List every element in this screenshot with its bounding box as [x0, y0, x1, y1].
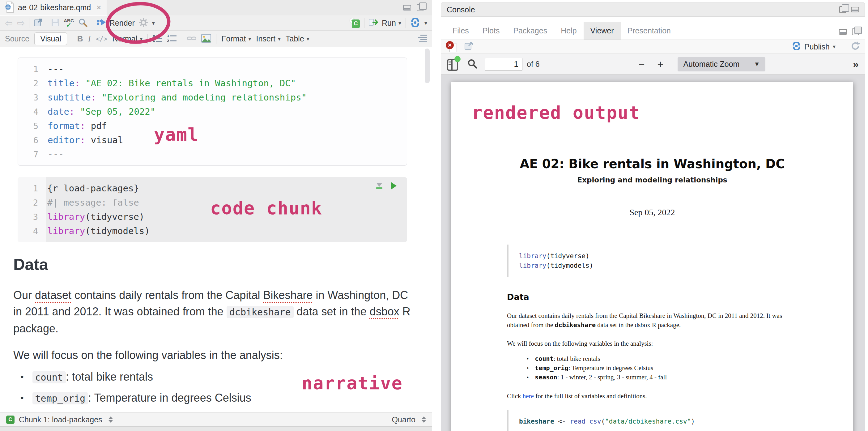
popout-viewer-icon[interactable] [464, 42, 473, 51]
pdf-viewer-area[interactable]: rendered output AE 02: Bike rentals in W… [441, 75, 865, 431]
editor-toolbar: ⇦ ⇨ ABC ✓ [0, 16, 432, 31]
pdf-search-icon[interactable] [467, 59, 477, 70]
source-sync-icon[interactable] [410, 18, 420, 28]
tab-presentation[interactable]: Presentation [621, 22, 678, 39]
render-options-caret-icon[interactable]: ▾ [152, 20, 155, 27]
pdf-page-count: of 6 [527, 60, 540, 69]
console-header[interactable]: Console [441, 2, 865, 17]
viewer-window-controls [839, 28, 859, 35]
console-title: Console [447, 5, 475, 14]
bulleted-list-icon[interactable] [153, 34, 162, 43]
spellcheck-icon[interactable]: ABC ✓ [64, 18, 74, 28]
pdf-title: AE 02: Bike rentals in Washington, DC [507, 82, 798, 171]
annotation-yaml-label: yaml [154, 124, 199, 145]
visual-mode-button[interactable]: Visual [34, 32, 67, 45]
render-icon [96, 18, 107, 28]
zoom-in-icon[interactable]: + [651, 58, 670, 70]
tab-help[interactable]: Help [554, 22, 583, 39]
sync-options-caret-icon[interactable]: ▾ [425, 20, 427, 27]
source-mode-button[interactable]: Source [5, 34, 29, 43]
paragraph-style-dropdown[interactable]: Normal ▾ [113, 34, 143, 43]
publish-button[interactable]: Publish ▾ [792, 42, 836, 51]
console-maximize-icon[interactable] [851, 7, 859, 12]
forward-icon[interactable]: ⇨ [17, 18, 25, 28]
editor-tabbar: ae-02-bikeshare.qmd × [0, 0, 432, 16]
viewer-toolbar: ✕ Publish ▾ [441, 40, 865, 54]
clear-viewer-icon[interactable]: ✕ [446, 41, 457, 52]
visual-editor-canvas[interactable]: 1---2title: "AE 02: Bike rentals in Wash… [0, 47, 432, 412]
run-chunks-above-icon[interactable] [376, 183, 382, 189]
outline-icon[interactable] [418, 35, 427, 43]
run-button[interactable]: Run ▾ [369, 18, 401, 28]
toolbar-separator [72, 34, 72, 44]
minimize-pane-icon[interactable] [403, 5, 411, 10]
tab-files[interactable]: Files [446, 22, 476, 39]
viewer-maximize-icon[interactable] [852, 28, 859, 35]
inline-code-button[interactable]: </> [96, 35, 107, 43]
list-item: •temp_orig: Temperature in degrees Celsi… [21, 392, 410, 404]
tab-viewer[interactable]: Viewer [584, 22, 621, 39]
open-in-new-window-icon[interactable] [34, 19, 42, 28]
link-icon[interactable] [187, 34, 196, 43]
table-menu[interactable]: Table ▾ [286, 34, 309, 43]
tab-plots[interactable]: Plots [476, 22, 507, 39]
pdf-sidebar-toggle-icon[interactable] [447, 58, 459, 71]
yaml-block[interactable]: 1---2title: "AE 02: Bike rentals in Wash… [18, 58, 407, 166]
search-icon[interactable] [78, 18, 88, 28]
refresh-icon[interactable] [851, 41, 860, 52]
publish-caret-icon: ▾ [833, 43, 836, 50]
document-mode-label[interactable]: Quarto [392, 415, 415, 424]
tab-close-icon[interactable]: × [96, 3, 101, 12]
render-button[interactable]: Render [96, 18, 135, 28]
visual-editor-format-bar: Source Visual B I </> Normal ▾ 1 2 [0, 31, 432, 47]
toolbar-separator [148, 34, 148, 44]
run-chunk-icon[interactable] [391, 182, 397, 189]
numbered-list-icon[interactable]: 1 2 [167, 34, 177, 44]
pdf-subtitle: Exploring and modeling relationships [507, 176, 798, 184]
gear-icon[interactable] [139, 18, 148, 28]
pdf-tools-expand-icon[interactable]: » [853, 58, 859, 70]
console-restore-icon[interactable] [839, 6, 846, 13]
chunk-nav-spinner-icon[interactable] [108, 417, 113, 423]
tab-title: ae-02-bikeshare.qmd [18, 3, 91, 12]
editor-scrollbar[interactable] [425, 49, 430, 83]
toolbar-separator [29, 18, 29, 28]
pdf-date: Sep 05, 2022 [507, 208, 798, 217]
pdf-zoom-select[interactable]: Automatic Zoom ▼ [678, 57, 765, 71]
image-icon[interactable] [201, 34, 211, 44]
pdf-zoom-controls: − + [632, 58, 670, 70]
list-item: •season: 1 - winter, 2 - spring, 3 - sum… [527, 373, 798, 382]
tab-packages[interactable]: Packages [506, 22, 554, 39]
pdf-code-block: bikeshare <- read_csv("data/dcbikeshare.… [507, 410, 798, 431]
toolbar-separator [406, 18, 406, 28]
mode-spinner-icon[interactable] [422, 417, 426, 423]
back-icon[interactable]: ⇦ [5, 18, 13, 28]
pdf-page-input[interactable] [485, 58, 522, 71]
insert-chunk-icon[interactable]: + C [350, 18, 360, 28]
editor-heading-data: Data [13, 255, 48, 274]
insert-menu[interactable]: Insert ▾ [256, 34, 281, 43]
italic-button[interactable]: I [88, 34, 91, 43]
viewer-minimize-icon[interactable] [839, 29, 847, 35]
chunk-language-badge: C [6, 415, 14, 424]
hidden-console-edge [0, 426, 432, 431]
zoom-out-icon[interactable]: − [632, 58, 651, 70]
chunk-actions [376, 182, 397, 189]
chunk-location-label[interactable]: Chunk 1: load-packages [19, 415, 102, 424]
pane-window-controls [403, 4, 424, 11]
pdf-content: AE 02: Bike rentals in Washington, DC Ex… [451, 82, 853, 431]
format-menu[interactable]: Format ▾ [221, 34, 251, 43]
pdf-toolbar: of 6 − + Automatic Zoom ▼ » [441, 54, 865, 75]
toolbar-separator [216, 34, 216, 44]
workspace-tabstrip: Files Plots Packages Help Viewer Present… [441, 22, 865, 40]
save-icon[interactable] [51, 19, 59, 28]
maximize-pane-icon[interactable] [417, 4, 424, 11]
paragraph-style-caret-icon: ▾ [140, 36, 143, 42]
annotation-narrative-label: narrative [302, 373, 403, 393]
format-caret-icon: ▾ [248, 36, 251, 42]
pdf-paragraph: We will focus on the following variables… [507, 339, 798, 348]
tab-ae-02-bikeshare[interactable]: ae-02-bikeshare.qmd × [0, 0, 107, 16]
pdf-click-here-line: Click here for the full list of variable… [507, 392, 798, 401]
bold-button[interactable]: B [77, 34, 83, 43]
insert-caret-icon: ▾ [278, 36, 281, 42]
